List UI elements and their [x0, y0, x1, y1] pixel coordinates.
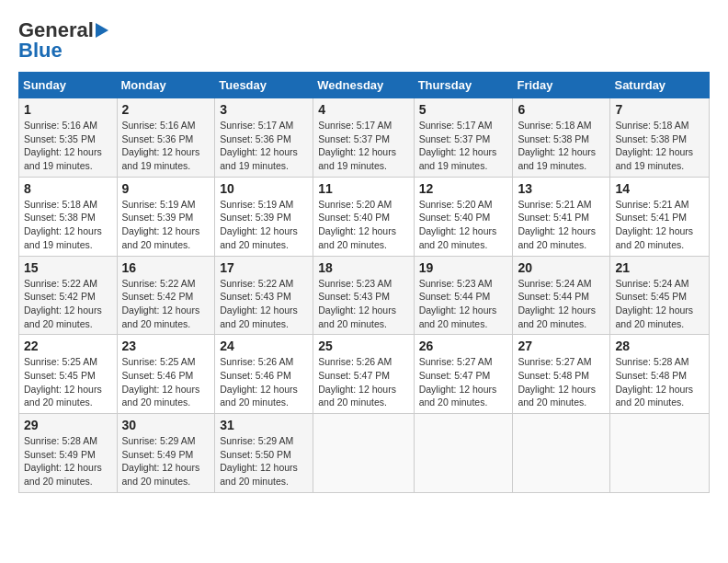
day-number: 7: [615, 102, 704, 117]
day-number: 2: [122, 102, 210, 117]
calendar-cell: 9Sunrise: 5:19 AMSunset: 5:39 PMDaylight…: [117, 177, 215, 256]
day-header-friday: Friday: [513, 73, 610, 98]
day-number: 1: [24, 102, 112, 117]
day-info: Sunrise: 5:17 AMSunset: 5:37 PMDaylight:…: [318, 119, 408, 173]
calendar-week-row: 15Sunrise: 5:22 AMSunset: 5:42 PMDayligh…: [19, 256, 710, 335]
calendar-cell: 5Sunrise: 5:17 AMSunset: 5:37 PMDaylight…: [414, 98, 513, 178]
day-number: 4: [318, 102, 408, 117]
calendar-cell: 29Sunrise: 5:28 AMSunset: 5:49 PMDayligh…: [19, 414, 118, 493]
calendar-cell: [513, 414, 610, 493]
day-number: 20: [518, 260, 605, 275]
day-info: Sunrise: 5:21 AMSunset: 5:41 PMDaylight:…: [518, 198, 605, 252]
day-info: Sunrise: 5:28 AMSunset: 5:49 PMDaylight:…: [24, 434, 112, 488]
calendar-cell: 14Sunrise: 5:21 AMSunset: 5:41 PMDayligh…: [610, 177, 710, 256]
day-number: 29: [24, 418, 112, 432]
day-number: 17: [220, 260, 308, 275]
day-info: Sunrise: 5:23 AMSunset: 5:44 PMDaylight:…: [419, 277, 508, 331]
day-number: 22: [24, 339, 112, 353]
calendar-cell: 21Sunrise: 5:24 AMSunset: 5:45 PMDayligh…: [610, 256, 710, 335]
day-number: 23: [122, 339, 210, 353]
calendar-cell: [414, 414, 513, 493]
day-number: 19: [419, 260, 508, 275]
day-info: Sunrise: 5:29 AMSunset: 5:49 PMDaylight:…: [122, 434, 210, 488]
day-header-saturday: Saturday: [610, 73, 710, 98]
day-info: Sunrise: 5:26 AMSunset: 5:47 PMDaylight:…: [318, 355, 408, 409]
day-number: 27: [518, 339, 605, 353]
day-info: Sunrise: 5:24 AMSunset: 5:44 PMDaylight:…: [518, 277, 605, 331]
calendar-cell: 15Sunrise: 5:22 AMSunset: 5:42 PMDayligh…: [19, 256, 118, 335]
day-info: Sunrise: 5:22 AMSunset: 5:42 PMDaylight:…: [122, 277, 210, 331]
calendar-cell: 17Sunrise: 5:22 AMSunset: 5:43 PMDayligh…: [215, 256, 313, 335]
day-info: Sunrise: 5:19 AMSunset: 5:39 PMDaylight:…: [220, 198, 308, 252]
day-info: Sunrise: 5:18 AMSunset: 5:38 PMDaylight:…: [24, 198, 112, 252]
day-number: 31: [220, 418, 308, 432]
calendar-cell: 23Sunrise: 5:25 AMSunset: 5:46 PMDayligh…: [117, 335, 215, 414]
day-info: Sunrise: 5:25 AMSunset: 5:45 PMDaylight:…: [24, 355, 112, 409]
calendar-cell: 10Sunrise: 5:19 AMSunset: 5:39 PMDayligh…: [215, 177, 313, 256]
day-number: 3: [220, 102, 308, 117]
calendar-cell: 7Sunrise: 5:18 AMSunset: 5:38 PMDaylight…: [610, 98, 710, 178]
calendar-week-row: 22Sunrise: 5:25 AMSunset: 5:45 PMDayligh…: [19, 335, 710, 414]
day-info: Sunrise: 5:21 AMSunset: 5:41 PMDaylight:…: [615, 198, 704, 252]
logo-text-blue: Blue: [18, 39, 63, 63]
day-info: Sunrise: 5:16 AMSunset: 5:35 PMDaylight:…: [24, 119, 112, 173]
day-info: Sunrise: 5:22 AMSunset: 5:42 PMDaylight:…: [24, 277, 112, 331]
day-info: Sunrise: 5:17 AMSunset: 5:36 PMDaylight:…: [220, 119, 308, 173]
calendar-week-row: 1Sunrise: 5:16 AMSunset: 5:35 PMDaylight…: [19, 98, 710, 178]
day-header-thursday: Thursday: [414, 73, 513, 98]
day-number: 25: [318, 339, 408, 353]
calendar-cell: 4Sunrise: 5:17 AMSunset: 5:37 PMDaylight…: [313, 98, 414, 178]
day-info: Sunrise: 5:27 AMSunset: 5:47 PMDaylight:…: [419, 355, 508, 409]
calendar-cell: 8Sunrise: 5:18 AMSunset: 5:38 PMDaylight…: [19, 177, 118, 256]
day-info: Sunrise: 5:18 AMSunset: 5:38 PMDaylight:…: [518, 119, 605, 173]
header: General Blue: [18, 18, 710, 63]
day-info: Sunrise: 5:23 AMSunset: 5:43 PMDaylight:…: [318, 277, 408, 331]
day-info: Sunrise: 5:26 AMSunset: 5:46 PMDaylight:…: [220, 355, 308, 409]
day-info: Sunrise: 5:16 AMSunset: 5:36 PMDaylight:…: [122, 119, 210, 173]
day-info: Sunrise: 5:17 AMSunset: 5:37 PMDaylight:…: [419, 119, 508, 173]
logo-arrow-icon: [96, 23, 108, 38]
calendar-cell: 20Sunrise: 5:24 AMSunset: 5:44 PMDayligh…: [513, 256, 610, 335]
day-number: 24: [220, 339, 308, 353]
day-number: 9: [122, 181, 210, 196]
calendar-cell: 11Sunrise: 5:20 AMSunset: 5:40 PMDayligh…: [313, 177, 414, 256]
day-info: Sunrise: 5:22 AMSunset: 5:43 PMDaylight:…: [220, 277, 308, 331]
calendar-cell: 13Sunrise: 5:21 AMSunset: 5:41 PMDayligh…: [513, 177, 610, 256]
day-number: 30: [122, 418, 210, 432]
calendar-cell: 3Sunrise: 5:17 AMSunset: 5:36 PMDaylight…: [215, 98, 313, 178]
calendar-cell: 2Sunrise: 5:16 AMSunset: 5:36 PMDaylight…: [117, 98, 215, 178]
day-number: 21: [615, 260, 704, 275]
calendar-cell: [313, 414, 414, 493]
day-number: 26: [419, 339, 508, 353]
day-number: 15: [24, 260, 112, 275]
calendar-cell: 26Sunrise: 5:27 AMSunset: 5:47 PMDayligh…: [414, 335, 513, 414]
calendar-cell: 19Sunrise: 5:23 AMSunset: 5:44 PMDayligh…: [414, 256, 513, 335]
day-number: 5: [419, 102, 508, 117]
calendar-table: SundayMondayTuesdayWednesdayThursdayFrid…: [18, 72, 710, 493]
calendar-cell: 27Sunrise: 5:27 AMSunset: 5:48 PMDayligh…: [513, 335, 610, 414]
day-info: Sunrise: 5:25 AMSunset: 5:46 PMDaylight:…: [122, 355, 210, 409]
calendar-cell: 1Sunrise: 5:16 AMSunset: 5:35 PMDaylight…: [19, 98, 118, 178]
day-number: 13: [518, 181, 605, 196]
day-number: 18: [318, 260, 408, 275]
day-info: Sunrise: 5:18 AMSunset: 5:38 PMDaylight:…: [615, 119, 704, 173]
calendar-cell: 25Sunrise: 5:26 AMSunset: 5:47 PMDayligh…: [313, 335, 414, 414]
calendar-week-row: 8Sunrise: 5:18 AMSunset: 5:38 PMDaylight…: [19, 177, 710, 256]
calendar-header-row: SundayMondayTuesdayWednesdayThursdayFrid…: [19, 73, 710, 98]
day-number: 11: [318, 181, 408, 196]
day-info: Sunrise: 5:29 AMSunset: 5:50 PMDaylight:…: [220, 434, 308, 488]
calendar-week-row: 29Sunrise: 5:28 AMSunset: 5:49 PMDayligh…: [19, 414, 710, 493]
calendar-cell: 18Sunrise: 5:23 AMSunset: 5:43 PMDayligh…: [313, 256, 414, 335]
day-info: Sunrise: 5:28 AMSunset: 5:48 PMDaylight:…: [615, 355, 704, 409]
calendar-cell: 12Sunrise: 5:20 AMSunset: 5:40 PMDayligh…: [414, 177, 513, 256]
logo: General Blue: [18, 18, 108, 63]
day-number: 16: [122, 260, 210, 275]
day-number: 12: [419, 181, 508, 196]
day-header-wednesday: Wednesday: [313, 73, 414, 98]
day-info: Sunrise: 5:24 AMSunset: 5:45 PMDaylight:…: [615, 277, 704, 331]
day-number: 6: [518, 102, 605, 117]
day-info: Sunrise: 5:20 AMSunset: 5:40 PMDaylight:…: [419, 198, 508, 252]
day-info: Sunrise: 5:20 AMSunset: 5:40 PMDaylight:…: [318, 198, 408, 252]
calendar-cell: 30Sunrise: 5:29 AMSunset: 5:49 PMDayligh…: [117, 414, 215, 493]
calendar-cell: 16Sunrise: 5:22 AMSunset: 5:42 PMDayligh…: [117, 256, 215, 335]
